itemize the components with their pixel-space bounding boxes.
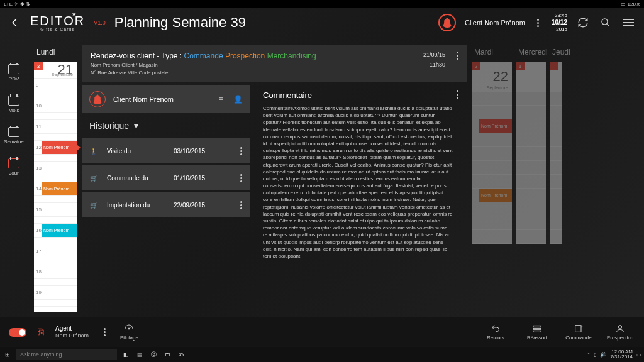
svg-rect-4 <box>533 331 541 332</box>
logo: EDITOR★ Gifts & Cards <box>30 14 85 31</box>
notifications-icon[interactable]: ▭ <box>636 352 641 358</box>
appt-chip[interactable]: Nom Prénom <box>42 224 77 237</box>
calendar-month-icon <box>8 96 19 106</box>
hour-row[interactable]: 18 <box>34 265 77 279</box>
person-icon <box>89 91 106 107</box>
svg-point-1 <box>128 328 130 329</box>
battery-icon[interactable]: ▯ <box>594 352 596 358</box>
volume-icon[interactable]: 🔊 <box>600 352 606 358</box>
chevron-down-icon: ▾ <box>134 121 138 131</box>
os-status-bar: LTE ✈ ✱ ⇅ ▭ 120% <box>0 0 644 8</box>
toggle-switch[interactable] <box>9 328 26 337</box>
hour-row[interactable]: 13 <box>34 162 77 175</box>
appointment-detail: Rendez-vous client - Type : Commande Pro… <box>82 45 467 312</box>
sidebar-item-jour[interactable]: Jour <box>8 158 19 176</box>
day-header: Lundi <box>34 45 77 62</box>
day-card[interactable]: 3 21 Septembre <box>34 62 77 79</box>
version-label: V1.0 <box>94 19 106 26</box>
svg-rect-5 <box>575 326 581 332</box>
svg-rect-3 <box>533 328 541 329</box>
agent-menu-button[interactable] <box>100 328 109 336</box>
client-card[interactable]: Client Nom Prénom ≡ 👤 <box>82 85 250 113</box>
hour-row[interactable]: 14Nom Prénom <box>34 182 77 196</box>
cart-icon: 🛒 <box>89 175 98 182</box>
hour-row[interactable]: 10 <box>34 99 77 113</box>
os-search-input[interactable]: Ask me anything <box>16 349 117 360</box>
future-days: Mardi 2 22 Septembre Nom Prénom Nom Prén… <box>472 45 562 312</box>
hour-row[interactable]: 20 <box>34 307 77 312</box>
sidebar-item-semaine[interactable]: Semaine <box>4 127 24 145</box>
start-button[interactable]: ⊞ <box>3 351 13 358</box>
app-window: EDITOR★ Gifts & Cards V1.0 Planning Sema… <box>0 8 644 347</box>
appt-count-badge: 3 <box>34 62 43 70</box>
menu-button[interactable] <box>621 16 635 30</box>
person-icon: 🚶 <box>89 148 98 155</box>
hour-row[interactable]: 16Nom Prénom <box>34 224 77 238</box>
agent-label: Agent Nom Prénom <box>55 325 89 339</box>
svg-rect-2 <box>533 326 541 327</box>
client-menu-button[interactable] <box>534 19 543 27</box>
store-icon[interactable]: 🛍 <box>176 351 186 358</box>
sidebar-item-mois[interactable]: Mois <box>8 96 19 113</box>
svg-point-0 <box>602 19 608 25</box>
comment-body: CommentaireAximod utatio berit volum aut… <box>263 105 458 260</box>
edge-icon[interactable]: ⓔ <box>148 351 158 359</box>
hour-row[interactable]: 11 <box>34 120 77 134</box>
appointment-header: Rendez-vous client - Type : Commande Pro… <box>82 45 467 82</box>
comment-menu-button[interactable] <box>453 90 462 99</box>
bottom-action-bar: ⎘ Agent Nom Prénom Pilotage Retours Réas… <box>0 317 644 347</box>
back-button[interactable] <box>9 16 21 29</box>
explorer-icon[interactable]: 🗀 <box>162 351 172 358</box>
action-commande[interactable]: Commande <box>564 324 594 341</box>
action-reassort[interactable]: Réassort <box>522 324 552 341</box>
hour-row[interactable]: 9 <box>34 79 77 92</box>
calendar-week-icon <box>8 127 19 137</box>
list-icon[interactable]: ≡ <box>219 95 223 104</box>
app-header: EDITOR★ Gifts & Cards V1.0 Planning Sema… <box>0 8 644 38</box>
row-menu-button[interactable] <box>236 201 245 209</box>
hour-row[interactable]: 15 <box>34 203 77 217</box>
header-date: 23:45 10/12 2015 <box>552 13 567 32</box>
appt-chip[interactable]: Nom Prénom <box>479 189 512 202</box>
svg-point-6 <box>618 326 621 329</box>
history-row[interactable]: 🛒Commande du01/10/2015 <box>82 165 250 190</box>
hour-row[interactable]: 19 <box>34 286 77 300</box>
page-title: Planning Semaine 39 <box>114 14 246 31</box>
action-prospection[interactable]: Prospection <box>605 324 635 341</box>
hour-row[interactable]: 17 <box>34 244 77 258</box>
tray-up-icon[interactable]: ˄ <box>587 352 590 358</box>
client-avatar-icon[interactable] <box>438 14 456 31</box>
history-row[interactable]: 🚶Visite du03/10/2015 <box>82 138 250 163</box>
appointment-title: Rendez-vous client - Type : Commande Pro… <box>91 52 423 60</box>
planning-body: Lundi 3 21 Septembre 9101112Nom Prénom13… <box>34 45 644 312</box>
user-icon[interactable]: 👤 <box>233 95 243 104</box>
day-column-mardi[interactable]: Mardi 2 22 Septembre Nom Prénom Nom Prén… <box>472 45 512 312</box>
pilotage-button[interactable]: Pilotage <box>120 324 138 341</box>
comment-label: Commentaire <box>263 90 458 100</box>
row-menu-button[interactable] <box>236 174 245 182</box>
task-view-button[interactable]: ◧ <box>121 351 131 358</box>
bookmark-icon[interactable]: ⎘ <box>38 327 44 338</box>
appt-chip[interactable]: Nom Prénom <box>42 141 77 154</box>
hour-row[interactable]: 12Nom Prénom <box>34 141 77 155</box>
client-name-header: Client Nom Prénom <box>465 19 525 26</box>
day-column-mercredi[interactable]: Mercredi 1 <box>516 45 546 312</box>
view-sidebar: RDV Mois Semaine Jour <box>0 45 28 176</box>
calendar-icon <box>8 64 19 74</box>
history-header[interactable]: Historique ▾ <box>82 117 250 134</box>
refresh-button[interactable] <box>576 16 590 30</box>
history-row[interactable]: 🛒Implantation du22/09/2015 <box>82 192 250 217</box>
appt-chip[interactable]: Nom Prénom <box>479 119 512 133</box>
calendar-day-icon <box>8 158 19 168</box>
search-button[interactable] <box>599 16 613 30</box>
taskbar-app-icon[interactable]: ▤ <box>135 351 145 358</box>
sidebar-item-rdv[interactable]: RDV <box>8 64 19 82</box>
appt-chip[interactable]: Nom Prénom <box>42 182 77 195</box>
action-retours[interactable]: Retours <box>480 324 511 341</box>
day-column-lundi: Lundi 3 21 Septembre 9101112Nom Prénom13… <box>34 45 77 312</box>
day-column-jeudi[interactable]: Jeudi <box>550 45 562 312</box>
os-taskbar: ⊞ Ask me anything ◧ ▤ ⓔ 🗀 🛍 ˄ ▯ 🔊 12:00 … <box>0 347 644 362</box>
cart-icon: 🛒 <box>89 202 98 209</box>
row-menu-button[interactable] <box>236 147 245 155</box>
appointment-menu-button[interactable] <box>453 52 462 60</box>
